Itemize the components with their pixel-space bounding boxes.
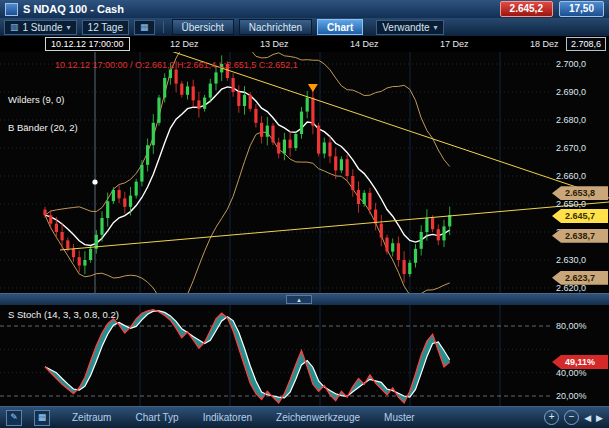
bottom-menu-item-indikatoren[interactable]: Indikatoren bbox=[203, 412, 252, 423]
bottom-menu-item-zeichenwerkzeuge[interactable]: Zeichenwerkzeuge bbox=[276, 412, 360, 423]
bottom-menu-item-muster[interactable]: Muster bbox=[384, 412, 415, 423]
instrument-title: S NDAQ 100 - Cash bbox=[23, 3, 124, 15]
trendline-2[interactable] bbox=[60, 202, 609, 250]
indicator-price-badge: 2.623,7 bbox=[552, 271, 608, 285]
price-axis-label: 2.660,0 bbox=[556, 171, 586, 181]
interval-value: 1 Stunde bbox=[23, 22, 63, 33]
stoch-axis-label: 20,00% bbox=[556, 391, 587, 401]
date-label: 14 Dez bbox=[350, 39, 379, 49]
date-label: 18 Dez bbox=[530, 39, 559, 49]
chevron-down-icon: ▾ bbox=[434, 23, 438, 32]
interval-chart-icon: ▥ bbox=[10, 23, 19, 32]
main-gridlines bbox=[0, 52, 552, 293]
instrument-icon bbox=[5, 3, 18, 16]
crosshair-dot bbox=[92, 179, 97, 184]
tab-chart[interactable]: Chart bbox=[317, 19, 363, 35]
price-chart-panel[interactable]: 10.12.12 17:00:00 / O:2.661,2 H:2.661,4 … bbox=[0, 52, 609, 293]
stoch-value-badge: 49,11% bbox=[552, 355, 608, 369]
panel-splitter[interactable]: ▴ bbox=[0, 293, 609, 305]
toolbar-divider bbox=[163, 21, 164, 33]
stoch-axis-label: 40,00% bbox=[556, 368, 587, 378]
related-label: Verwandte bbox=[382, 22, 429, 33]
zoom-controls: + − ◀ ▶ bbox=[544, 410, 603, 425]
stoch-axis-label: 80,00% bbox=[556, 321, 587, 331]
price-chart-canvas[interactable] bbox=[0, 52, 609, 293]
bottom-menu: ZeitraumChart TypIndikatorenZeichenwerkz… bbox=[72, 412, 415, 423]
pan-left-button[interactable]: ◀ bbox=[584, 413, 591, 423]
price-axis-label: 2.690,0 bbox=[556, 87, 586, 97]
date-label: 13 Dez bbox=[260, 39, 289, 49]
date-axis[interactable]: 10.12.12 17:00:00 2.708,6 12 Dez13 Dez14… bbox=[0, 36, 609, 52]
layout-icon[interactable]: ▦ bbox=[34, 410, 50, 426]
calendar-icon: ▦ bbox=[140, 23, 149, 32]
bottom-menu-item-zeitraum[interactable]: Zeitraum bbox=[72, 412, 111, 423]
indicator-price-badge: 2.653,8 bbox=[552, 186, 608, 200]
stoch-gridlines bbox=[0, 305, 552, 406]
price-axis-label: 2.650,0 bbox=[556, 199, 586, 209]
chart-toolbar: ▥ 1 Stunde ▾ 12 Tage ▦ Übersicht Nachric… bbox=[0, 18, 609, 36]
indicator-price-badge: 2.638,7 bbox=[552, 229, 608, 243]
sell-marker-icon bbox=[308, 84, 318, 92]
bottom-toolbar: ✎ ▦ ZeitraumChart TypIndikatorenZeichenw… bbox=[0, 406, 609, 428]
candles-layer bbox=[43, 55, 451, 282]
axis-max-value-box: 2.708,6 bbox=[566, 37, 606, 51]
price-axis-label: 2.630,0 bbox=[556, 255, 586, 265]
stochastic-panel[interactable]: S Stoch (14, 3, 3, 0.8, 0.2) 80,00%40,00… bbox=[0, 305, 609, 406]
price-axis[interactable]: 2.700,02.690,02.680,02.670,02.660,02.650… bbox=[552, 52, 609, 293]
stoch-d-line bbox=[45, 311, 450, 398]
chevron-down-icon: ▾ bbox=[67, 23, 71, 32]
date-label: 12 Dez bbox=[170, 39, 199, 49]
date-label: 17 Dez bbox=[440, 39, 469, 49]
range-control[interactable]: 12 Tage bbox=[82, 20, 129, 35]
change-badge[interactable]: 17,50 bbox=[559, 1, 604, 17]
draw-icon[interactable]: ✎ bbox=[6, 410, 22, 426]
stochastic-axis[interactable]: 80,00%40,00%20,00%49,11% bbox=[552, 305, 609, 406]
bottom-menu-item-chart-typ[interactable]: Chart Typ bbox=[135, 412, 178, 423]
price-axis-label: 2.700,0 bbox=[556, 59, 586, 69]
crosshair-date-tooltip: 10.12.12 17:00:00 bbox=[45, 37, 130, 51]
price-axis-label: 2.670,0 bbox=[556, 143, 586, 153]
zoom-in-button[interactable]: + bbox=[544, 410, 559, 425]
pan-right-button[interactable]: ▶ bbox=[596, 413, 603, 423]
range-value: 12 Tage bbox=[88, 22, 123, 33]
collapse-panel-button[interactable]: ▴ bbox=[286, 295, 312, 304]
interval-dropdown[interactable]: ▥ 1 Stunde ▾ bbox=[4, 20, 77, 35]
tab-uebersicht[interactable]: Übersicht bbox=[172, 19, 234, 35]
tab-nachrichten[interactable]: Nachrichten bbox=[239, 19, 312, 35]
last-price-badge: 2.645,7 bbox=[552, 209, 608, 223]
sell-price-badge[interactable]: 2.645,2 bbox=[500, 1, 553, 17]
related-dropdown[interactable]: Verwandte ▾ bbox=[376, 20, 443, 35]
title-bar: S NDAQ 100 - Cash 2.645,2 17,50 bbox=[0, 0, 609, 18]
zoom-out-button[interactable]: − bbox=[564, 410, 579, 425]
calendar-button[interactable]: ▦ bbox=[134, 20, 155, 35]
trading-app-window: S NDAQ 100 - Cash 2.645,2 17,50 ▥ 1 Stun… bbox=[0, 0, 609, 428]
price-axis-label: 2.680,0 bbox=[556, 115, 586, 125]
stochastic-canvas[interactable] bbox=[0, 305, 609, 406]
